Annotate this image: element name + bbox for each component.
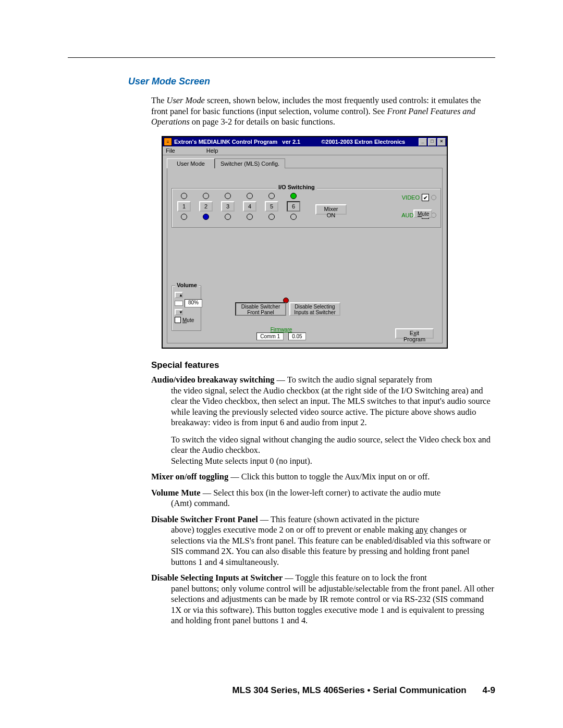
audio-led-3	[225, 214, 231, 220]
feature-lead: — To switch the audio signal separately …	[275, 375, 433, 385]
input-2-button[interactable]: 2	[199, 201, 213, 212]
volume-mute-label: Mute	[182, 317, 194, 323]
video-indicator	[431, 195, 436, 200]
audio-led-6	[290, 214, 297, 220]
volume-up-button[interactable]: ▲	[175, 292, 183, 298]
intro-italic-1: User Mode	[167, 95, 205, 105]
heading-user-mode-screen: User Mode Screen	[128, 76, 495, 87]
tab-user-mode[interactable]: User Mode	[167, 158, 215, 168]
title-main: Extron's MEDIALINK Control Program	[174, 139, 277, 145]
input-4-button[interactable]: 4	[243, 201, 256, 212]
firmware-link[interactable]: Firmware	[167, 327, 395, 332]
input-1-button[interactable]: 1	[177, 201, 191, 212]
close-button[interactable]: ×	[437, 138, 446, 146]
feature-lead: — This feature (shown activated in the p…	[258, 514, 419, 524]
maximize-button[interactable]: □	[428, 138, 436, 146]
heading-special-features: Special features	[151, 360, 495, 371]
feature-volume-mute: Volume Mute — Select this box (in the lo…	[151, 488, 495, 509]
footer-title: MLS 304 Series, MLS 406Series • Serial C…	[232, 685, 467, 695]
feature-av-breakaway: Audio/video breakaway switching — To swi…	[151, 375, 495, 466]
input-3-button[interactable]: 3	[221, 201, 235, 212]
title-copyright: ©2001-2003 Extron Electronics	[321, 139, 405, 145]
input-6-button[interactable]: 6	[287, 201, 300, 212]
tabs-row: User Mode Switcher (MLS) Config.	[163, 155, 447, 168]
audio-led-4	[247, 214, 253, 220]
app-window: ≡ Extron's MEDIALINK Control Program ver…	[162, 136, 448, 349]
comm-port-box: Comm 1	[256, 332, 284, 340]
volume-mute-checkbox[interactable]	[175, 317, 181, 323]
footer-page-number: 4-9	[482, 685, 495, 695]
mute-mini-rest: ute	[422, 211, 429, 217]
av-checkbox-area: VIDEO ✔ Mute AUDIO	[395, 193, 436, 220]
underline-any: any	[415, 525, 428, 535]
status-row: Firmware Comm 1 0.05 Exit Program	[167, 327, 442, 340]
audio-led-5	[268, 214, 275, 220]
titlebar: ≡ Extron's MEDIALINK Control Program ver…	[163, 137, 447, 146]
feature-mixer-toggle: Mixer on/off toggling — Click this butto…	[151, 472, 495, 483]
io-switching-group: I/O Switching 1 2 3 4 5 6 Mixer ON VIDEO	[172, 188, 441, 228]
volume-slider[interactable]	[175, 301, 183, 306]
feature-body: panel buttons; only volume control will …	[171, 584, 495, 626]
user-mode-panel: I/O Switching 1 2 3 4 5 6 Mixer ON VIDEO	[167, 168, 443, 343]
inputs-row: 1 2 3 4 5 6	[176, 193, 301, 222]
title-version: ver 2.1	[282, 139, 300, 145]
volume-legend: Volume	[175, 282, 199, 288]
feature-term: Audio/video breakaway switching	[151, 375, 275, 385]
feature-body-a: above) toggles executive mode 2 on or of…	[171, 525, 415, 535]
disable-switcher-front-panel-button[interactable]: Disable Switcher Front Panel	[235, 302, 286, 316]
feature-lead: — Select this box (in the lower-left cor…	[201, 488, 441, 498]
feature-body: (Amt) command.	[171, 498, 495, 509]
video-led-2	[203, 193, 209, 199]
feature-term: Disable Selecting Inputs at Switcher	[151, 573, 283, 583]
video-led-5	[268, 193, 275, 199]
intro-text: The	[151, 95, 167, 105]
exit-program-button[interactable]: Exit Program	[395, 328, 434, 339]
feature-body: above) toggles executive mode 2 on or of…	[171, 525, 495, 567]
volume-value: 80%	[185, 299, 202, 307]
feature-body: the video signal, select the Audio check…	[171, 386, 495, 428]
menu-help[interactable]: Help	[206, 147, 218, 154]
mixer-on-button[interactable]: Mixer ON	[315, 204, 347, 215]
tab-switcher-config[interactable]: Switcher (MLS) Config.	[215, 158, 285, 168]
page-footer: MLS 304 Series, MLS 406Series • Serial C…	[232, 685, 495, 696]
video-led-6	[290, 193, 297, 199]
menu-file[interactable]: File	[166, 147, 175, 154]
volume-group: Volume ▲ 80% ▼ Mute	[172, 286, 201, 331]
feature-term: Mixer on/off toggling	[151, 472, 228, 482]
feature-lead: — Toggle this feature on to lock the fro…	[283, 573, 427, 583]
intro-paragraph: The User Mode screen, shown below, inclu…	[151, 95, 495, 128]
disable-selecting-inputs-button[interactable]: Disable Selecting Inputs at Switcher	[289, 302, 340, 316]
io-switching-legend: I/O Switching	[276, 184, 317, 190]
video-led-3	[225, 193, 231, 199]
firmware-version-box: 0.05	[288, 332, 305, 340]
screenshot-figure: ≡ Extron's MEDIALINK Control Program ver…	[162, 136, 495, 349]
menubar: File Help	[163, 146, 447, 155]
input-5-button[interactable]: 5	[265, 201, 278, 212]
feature-disable-front-panel: Disable Switcher Front Panel — This feat…	[151, 514, 495, 568]
audio-led-1	[181, 214, 187, 220]
video-led-1	[181, 193, 187, 199]
feature-body: — Click this button to toggle the Aux/Mi…	[228, 472, 430, 482]
video-checkbox[interactable]: ✔	[422, 194, 429, 201]
intro-text: on page 3-2 for details on basic functio…	[190, 117, 335, 127]
mute-mini-button[interactable]: Mute	[413, 209, 432, 218]
audio-led-2	[203, 214, 209, 220]
video-led-4	[247, 193, 253, 199]
top-rule	[68, 57, 495, 58]
minimize-button[interactable]: _	[419, 138, 427, 146]
feature-term: Volume Mute	[151, 488, 201, 498]
feature-term: Disable Switcher Front Panel	[151, 514, 258, 524]
app-icon: ≡	[164, 138, 172, 146]
feature-body-2: To switch the video signal without chang…	[171, 435, 495, 467]
video-label: VIDEO	[402, 194, 420, 201]
feature-disable-selecting-inputs: Disable Selecting Inputs at Switcher — T…	[151, 573, 495, 626]
volume-down-button[interactable]: ▼	[175, 309, 183, 315]
